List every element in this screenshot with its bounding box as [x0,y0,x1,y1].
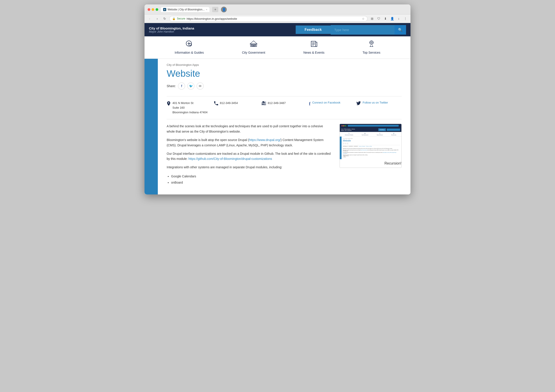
thumb-text-1: A behind the scenes look at the technolo… [343,148,400,149]
svg-point-19 [371,42,372,43]
download-icon[interactable]: ⬇ [383,16,388,22]
account-icon[interactable]: 👤 [389,16,395,22]
blue-sidebar [145,59,158,194]
thumb-share-circle-2 [345,143,346,144]
feedback-tab[interactable]: Feedback [296,25,331,34]
thumb-inner: City of Bloomington, IndianaMayor John H… [340,124,402,159]
thumb-site-header: City of Bloomington, IndianaMayor John H… [340,127,402,132]
government-icon [249,40,257,49]
thumb-brand: City of Bloomington, IndianaMayor John H… [341,128,378,131]
page-title: Website [167,68,402,79]
thumb-search [387,129,400,131]
nav-label-information: Information & Guides [175,51,204,54]
fax-icon [262,101,266,106]
content-para2-prefix: Bloomington's website is built atop the … [167,138,249,142]
thumb-feedback: Feedback [378,128,386,131]
profile-icon[interactable]: 👤 [221,7,227,12]
facebook-contact: f Connect on Facebook [309,101,354,106]
address-contact: 401 N Morton St Suite 160 Bloomington In… [167,101,212,115]
back-button[interactable]: ‹ [147,16,153,22]
nav-items: Information & Guides [156,36,399,59]
news-icon [310,40,318,49]
twitter-link[interactable]: Follow us on Twitter [363,101,388,104]
browser-tab[interactable]: B Website | City of Bloomington... × [161,7,210,12]
content-para4: Integrations with other systems are mana… [167,165,331,170]
phone-icon [214,101,218,106]
nav-item-information[interactable]: Information & Guides [168,36,211,59]
svg-rect-4 [250,44,251,47]
content-para3: Our Drupal interface customizations are … [167,151,331,162]
close-dot[interactable] [148,8,150,11]
forward-button[interactable]: › [154,16,160,22]
svg-rect-8 [256,44,257,47]
nav-item-services[interactable]: Top Services [356,36,387,59]
list-item-2: onBoard [171,179,331,185]
recursion-label: Recursion! [340,159,402,168]
browser-window: B Website | City of Bloomington... × + 👤… [145,4,410,194]
thumb-share-circle-1 [343,143,344,144]
thumb-content-area: City of Bloomington Apps Website 401 N M… [340,137,402,159]
services-icon [367,40,375,49]
nav-item-news[interactable]: News & Events [297,36,331,59]
browser-titlebar: B Website | City of Bloomington... × + 👤 [145,4,410,15]
content-para1: A behind the scenes look at the technolo… [167,124,331,134]
svg-rect-27 [262,104,264,104]
svg-rect-12 [311,41,316,47]
fax-contact: 812-349-3487 [262,101,307,106]
svg-marker-10 [250,41,257,44]
twitter-share-button[interactable]: 🐦 [187,82,194,89]
site-branding: City of Bloomington, Indiana Mayor John … [149,26,296,33]
thumb-dot-red [342,125,343,126]
twitter-contact-icon [356,101,361,106]
page-main: City of Bloomington Apps Website Share: … [158,59,410,194]
fax-number: 812-349-3487 [268,101,286,105]
phone-number: 812-349-3454 [220,101,238,105]
secure-icon: 🔒 [172,17,175,20]
address-bar[interactable]: 🔒 Secure https://bloomington.in.gov/apps… [169,16,367,22]
thumb-nav: 🔍Information & Guides 🏛️City Government … [340,132,402,137]
refresh-button[interactable]: ↻ [162,16,168,22]
bookmark-icon[interactable]: ☆ [362,17,365,20]
thumb-contact-fb: Connect on Facebook [359,146,365,147]
thumb-title: Website [343,140,400,142]
email-share-button[interactable]: ✉ [197,82,204,89]
search-input[interactable] [331,25,394,34]
toolbar-extension-icons: ⊞ 🛡 ⬇ 👤 ↕ ⋮ [369,16,408,22]
content-list: Google Calendars onBoard [167,173,331,185]
site-header: City of Bloomington, Indiana Mayor John … [145,23,410,36]
twitter-contact: Follow us on Twitter [356,101,402,106]
extensions-icon[interactable]: ⊞ [369,16,375,22]
nav-label-services: Top Services [363,51,380,54]
drupal-link[interactable]: https://www.drupal.org/ [249,138,281,142]
thumb-dot-yellow [343,125,344,126]
nav-label-government: City Government [242,51,265,54]
content-area: A behind the scenes look at the technolo… [167,124,402,185]
sync-icon[interactable]: ↕ [396,16,402,22]
address-icon [167,101,171,107]
thumb-browser-header [340,124,402,127]
site-name: City of Bloomington, Indiana [149,26,296,30]
address-line1: 401 N Morton St [172,101,207,105]
new-tab-button[interactable]: + [212,7,218,12]
address-line2: Suite 160 [172,105,207,110]
svg-rect-11 [253,46,255,47]
screenshot-thumbnail: City of Bloomington, IndianaMayor John H… [340,124,402,168]
search-button[interactable]: 🔍 [394,25,406,35]
svg-rect-13 [316,42,317,47]
site-nav: Information & Guides [145,36,410,59]
thumb-nav-3: 📰News & Events [377,133,383,135]
github-link[interactable]: https://github.com/City-of-Bloomington/d… [188,157,272,161]
thumb-address-bar [348,125,399,127]
tab-close-button[interactable]: × [206,8,207,11]
facebook-share-button[interactable]: f [178,82,185,89]
nav-item-government[interactable]: City Government [235,36,272,59]
nav-label-news: News & Events [303,51,324,54]
minimize-dot[interactable] [152,8,154,11]
contact-bar: 401 N Morton St Suite 160 Bloomington In… [167,96,402,115]
phone-contact: 812-349-3454 [214,101,259,106]
menu-icon[interactable]: ⋮ [402,16,408,22]
content-divider [167,119,402,119]
facebook-link[interactable]: Connect on Facebook [312,101,340,104]
shield-icon[interactable]: 🛡 [376,16,382,22]
maximize-dot[interactable] [156,8,158,11]
